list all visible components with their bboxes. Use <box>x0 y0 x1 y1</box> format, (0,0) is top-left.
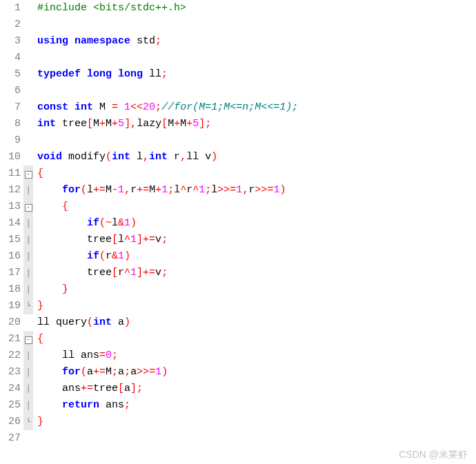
code-content[interactable]: for(a+=M;a;a>>=1) <box>33 364 168 381</box>
code-line[interactable]: 21-{ <box>0 331 476 347</box>
code-content[interactable]: for(l+=M-1,r+=M+1;l^r^1;l>>=1,r>>=1) <box>33 182 286 199</box>
token-plain: l <box>211 184 217 196</box>
code-content[interactable]: { <box>33 331 43 347</box>
line-number: 19 <box>0 298 23 314</box>
fold-gutter: │ <box>23 364 33 381</box>
token-op: += <box>137 184 149 196</box>
token-plain <box>37 399 62 411</box>
token-op: = <box>99 350 106 361</box>
code-line[interactable]: 6 <box>0 83 476 99</box>
token-op: ]; <box>199 118 211 130</box>
code-content[interactable]: if(~l&1) <box>33 215 137 232</box>
code-line[interactable]: 16│ if(r&1) <box>0 248 476 265</box>
token-op: + <box>186 118 192 130</box>
code-content[interactable]: if(r&1) <box>33 248 130 265</box>
code-content[interactable]: { <box>33 199 68 215</box>
code-line[interactable]: 15│ tree[l^1]+=v; <box>0 232 476 248</box>
code-line[interactable]: 26└} <box>0 414 476 430</box>
fold-toggle-icon[interactable]: - <box>25 336 32 344</box>
token-plain: a <box>118 366 124 378</box>
token-plain: M <box>106 184 112 196</box>
token-op: { <box>37 168 43 179</box>
token-op: + <box>174 118 180 130</box>
code-line[interactable]: 9 <box>0 132 476 149</box>
token-op: ]+= <box>137 234 155 245</box>
token-op: & <box>112 250 118 262</box>
fold-gutter[interactable]: - <box>23 199 33 215</box>
token-op: ( <box>87 316 93 328</box>
token-op: ) <box>130 217 137 229</box>
code-line[interactable]: 2 <box>0 17 476 33</box>
token-num: 1 <box>155 366 161 378</box>
code-line[interactable]: 1#include <bits/stdc++.h> <box>0 0 476 17</box>
token-op: += <box>81 383 93 394</box>
line-number: 21 <box>0 331 23 347</box>
code-content[interactable]: } <box>33 281 68 298</box>
code-line[interactable]: 5typedef long long ll; <box>0 66 476 83</box>
code-content[interactable]: const int M = 1<<20;//for(M=1;M<=n;M<<=1… <box>33 99 298 116</box>
line-number: 17 <box>0 265 23 281</box>
code-content[interactable]: using namespace std; <box>33 33 161 50</box>
token-plain: a <box>130 366 137 378</box>
code-content[interactable]: ans+=tree[a]; <box>33 381 143 397</box>
fold-toggle-icon[interactable]: - <box>25 171 32 179</box>
token-plain: ll <box>143 68 161 80</box>
code-content[interactable]: return ans; <box>33 397 130 414</box>
code-line[interactable]: 25│ return ans; <box>0 397 476 414</box>
token-op: ]+= <box>137 267 155 279</box>
code-editor[interactable]: 1#include <bits/stdc++.h>23using namespa… <box>0 0 476 447</box>
token-op: & <box>118 217 124 229</box>
code-content[interactable]: tree[l^1]+=v; <box>33 232 168 248</box>
token-plain: v <box>155 267 161 279</box>
fold-toggle-icon[interactable]: - <box>25 204 32 212</box>
code-content[interactable]: tree[r^1]+=v; <box>33 265 168 281</box>
code-line[interactable]: 8int tree[M+M+5],lazy[M+M+5]; <box>0 116 476 132</box>
token-op: } <box>62 283 68 295</box>
token-plain: r <box>106 250 112 262</box>
code-line[interactable]: 13- { <box>0 199 476 215</box>
code-line[interactable]: 17│ tree[r^1]+=v; <box>0 265 476 281</box>
token-kw: for <box>62 366 81 378</box>
token-num: 1 <box>118 184 124 196</box>
code-content[interactable]: } <box>33 298 43 314</box>
code-line[interactable]: 22│ ll ans=0; <box>0 347 476 364</box>
fold-gutter[interactable]: - <box>23 331 33 347</box>
code-content[interactable]: void modify(int l,int r,ll v) <box>33 149 217 165</box>
line-number: 12 <box>0 182 23 199</box>
code-content[interactable]: #include <bits/stdc++.h> <box>33 0 186 17</box>
code-line[interactable]: 3using namespace std; <box>0 33 476 50</box>
line-number: 14 <box>0 215 23 232</box>
code-content[interactable]: } <box>33 414 43 430</box>
code-line[interactable]: 12│ for(l+=M-1,r+=M+1;l^r^1;l>>=1,r>>=1) <box>0 182 476 199</box>
code-line[interactable]: 27 <box>0 430 476 447</box>
line-number: 11 <box>0 165 23 182</box>
code-content[interactable]: ll ans=0; <box>33 347 118 364</box>
token-plain: ans <box>37 383 81 394</box>
token-plain: ll query <box>37 316 87 328</box>
code-line[interactable]: 24│ ans+=tree[a]; <box>0 381 476 397</box>
fold-gutter: │ <box>23 265 33 281</box>
code-line[interactable]: 23│ for(a+=M;a;a>>=1) <box>0 364 476 381</box>
token-op: ; <box>124 399 130 411</box>
code-content[interactable]: ll query(int a) <box>33 314 130 331</box>
code-line[interactable]: 18│ } <box>0 281 476 298</box>
line-number: 13 <box>0 199 23 215</box>
code-content[interactable]: typedef long long ll; <box>33 66 168 83</box>
token-op: ; <box>155 101 161 113</box>
token-num: 1 <box>130 234 137 245</box>
code-line[interactable]: 20ll query(int a) <box>0 314 476 331</box>
code-content[interactable]: int tree[M+M+5],lazy[M+M+5]; <box>33 116 211 132</box>
token-op: ; <box>161 267 168 279</box>
code-line[interactable]: 10void modify(int l,int r,ll v) <box>0 149 476 165</box>
code-line[interactable]: 14│ if(~l&1) <box>0 215 476 232</box>
code-content[interactable]: { <box>33 165 43 182</box>
token-num: 1 <box>124 101 130 113</box>
code-line[interactable]: 4 <box>0 50 476 66</box>
code-line[interactable]: 7const int M = 1<<20;//for(M=1;M<=n;M<<=… <box>0 99 476 116</box>
code-line[interactable]: 11-{ <box>0 165 476 182</box>
token-plain: tree <box>37 234 112 245</box>
code-line[interactable]: 19└} <box>0 298 476 314</box>
token-op: [ <box>161 118 168 130</box>
fold-gutter[interactable]: - <box>23 165 33 182</box>
token-op: ( <box>81 184 87 196</box>
